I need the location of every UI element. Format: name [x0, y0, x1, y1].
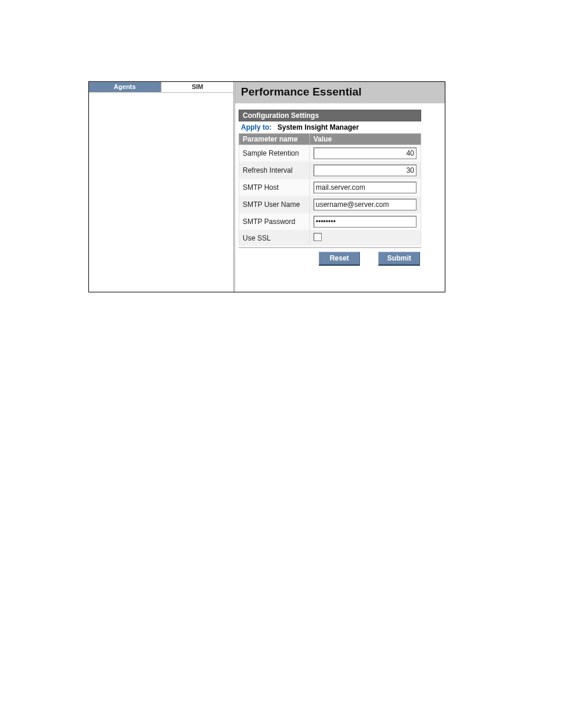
apply-to-label: Apply to:: [241, 123, 272, 131]
submit-button[interactable]: Submit: [378, 252, 420, 266]
button-row: Reset Submit: [239, 247, 421, 266]
app-window: Agents SIM Performance Essential Configu…: [88, 81, 445, 292]
sidebar: Agents SIM: [89, 82, 235, 292]
label-smtp-host: SMTP Host: [239, 179, 310, 196]
label-use-ssl: Use SSL: [239, 230, 310, 246]
column-header-parameter: Parameter name: [239, 134, 310, 145]
row-sample-retention: Sample Retention: [239, 145, 421, 162]
page-title: Performance Essential: [241, 85, 439, 98]
row-smtp-host: SMTP Host: [239, 179, 421, 196]
section-header: Configuration Settings: [239, 110, 421, 121]
row-refresh-interval: Refresh Interval: [239, 162, 421, 179]
label-refresh-interval: Refresh Interval: [239, 162, 310, 179]
apply-to-value: System Insight Manager: [277, 123, 359, 131]
label-sample-retention: Sample Retention: [239, 145, 310, 162]
main-panel: Performance Essential Configuration Sett…: [235, 82, 445, 292]
row-smtp-user: SMTP User Name: [239, 196, 421, 213]
input-smtp-host[interactable]: [313, 182, 416, 193]
input-refresh-interval[interactable]: [313, 164, 416, 176]
checkbox-use-ssl[interactable]: [313, 233, 322, 241]
input-sample-retention[interactable]: [313, 147, 416, 159]
tab-bar: Agents SIM: [89, 82, 233, 93]
title-bar: Performance Essential: [235, 82, 445, 104]
reset-button[interactable]: Reset: [319, 252, 360, 266]
column-header-value: Value: [310, 134, 421, 145]
apply-to-row: Apply to: System Insight Manager: [239, 121, 421, 133]
tab-agents-label: Agents: [114, 83, 135, 90]
tab-sim[interactable]: SIM: [162, 82, 234, 92]
label-smtp-user: SMTP User Name: [239, 196, 310, 213]
row-smtp-password: SMTP Password: [239, 213, 421, 230]
label-smtp-password: SMTP Password: [239, 213, 310, 230]
tab-agents[interactable]: Agents: [89, 82, 162, 92]
parameters-table: Parameter name Value Sample Retention: [239, 133, 421, 246]
tab-sim-label: SIM: [191, 83, 203, 90]
content-area: Configuration Settings Apply to: System …: [235, 104, 445, 272]
input-smtp-password[interactable]: [313, 216, 416, 228]
input-smtp-user[interactable]: [313, 199, 416, 210]
row-use-ssl: Use SSL: [239, 230, 421, 246]
